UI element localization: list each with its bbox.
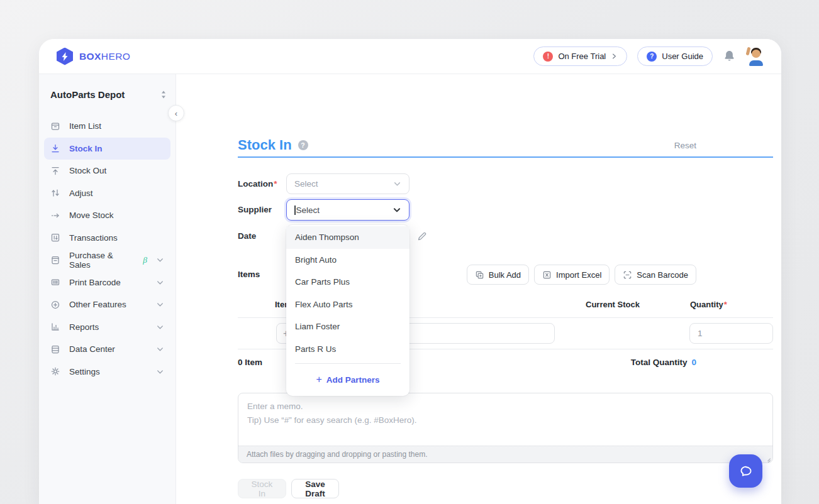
add-partners-button[interactable]: +Add Partners	[286, 367, 410, 392]
sidebar-item-reports[interactable]: Reports	[44, 316, 170, 339]
alert-circle-icon: !	[543, 52, 553, 62]
sidebar-collapse-button[interactable]: ‹	[168, 105, 184, 121]
sidebar-item-stock-in[interactable]: Stock In	[44, 138, 170, 160]
column-current-stock: Current Stock	[586, 300, 640, 309]
avatar-raised-arm	[746, 47, 751, 55]
sidebar-item-label: Reports	[69, 322, 99, 332]
purchase-sales-icon	[50, 255, 60, 265]
boxhero-logo[interactable]: BOXHERO	[57, 48, 130, 65]
edit-date-pencil-icon[interactable]	[416, 231, 428, 242]
supplier-option-aiden-thompson[interactable]: Aiden Thompson	[286, 226, 410, 249]
bulk-add-button[interactable]: Bulk Add	[467, 265, 529, 285]
chevron-down-icon	[156, 278, 164, 287]
sidebar-nav: Item List Stock In Stock Out Adjust Move…	[39, 115, 176, 383]
workspace-selector[interactable]: AutoParts Depot	[50, 89, 167, 100]
item-list-icon	[50, 121, 60, 131]
item-count: 0 Item	[238, 358, 262, 367]
supplier-option-parts-r-us[interactable]: Parts R Us	[286, 338, 410, 361]
reset-button[interactable]: Reset	[674, 141, 696, 150]
chevron-down-icon	[156, 300, 164, 309]
location-select[interactable]: Select	[286, 173, 410, 194]
resize-grip[interactable]	[765, 455, 771, 461]
trial-label: On Free Trial	[558, 52, 606, 61]
chat-fab-button[interactable]	[729, 454, 762, 488]
bell-icon[interactable]	[723, 50, 736, 63]
supplier-option-car-parts-plus[interactable]: Car Parts Plus	[286, 271, 410, 293]
user-guide-button[interactable]: ? User Guide	[637, 47, 713, 66]
column-quantity: Quantity*	[690, 300, 727, 309]
brand-wordmark: BOXHERO	[79, 51, 130, 62]
sidebar-item-label: Adjust	[69, 189, 93, 198]
help-icon[interactable]: ?	[298, 140, 308, 150]
attach-files-hint: Attach files by dragging and dropping or…	[238, 446, 772, 463]
avatar-face	[752, 50, 760, 58]
save-draft-button[interactable]: Save Draft	[291, 479, 339, 498]
app-window: BOXHERO ! On Free Trial ? User Guide	[39, 39, 781, 504]
supplier-select-value: Select	[296, 205, 320, 215]
chevron-down-icon	[156, 256, 164, 264]
workspace-name: AutoParts Depot	[50, 89, 125, 100]
text-cursor	[294, 205, 296, 215]
plus-icon: +	[316, 374, 321, 385]
supplier-select[interactable]: Select	[286, 199, 410, 221]
memo-placeholder: Enter a memo. Tip) Use “#” for easy sear…	[238, 393, 772, 427]
page-title: Stock In ?	[238, 137, 308, 153]
reports-icon	[50, 322, 60, 332]
transactions-icon	[50, 233, 60, 243]
topbar: BOXHERO ! On Free Trial ? User Guide	[39, 39, 781, 74]
supplier-dropdown: Aiden ThompsonBright AutoCar Parts PlusF…	[286, 225, 410, 396]
brand-box: BOX	[79, 51, 101, 62]
sidebar-item-transactions[interactable]: Transactions	[44, 227, 170, 249]
on-free-trial-button[interactable]: ! On Free Trial	[533, 47, 627, 66]
sort-arrows-icon	[160, 90, 167, 99]
quantity-input[interactable]: 1	[689, 323, 773, 344]
total-quantity-value: 0	[691, 358, 696, 367]
chevron-down-icon	[393, 205, 401, 214]
quantity-value: 1	[698, 329, 703, 338]
user-avatar[interactable]	[746, 47, 765, 66]
lightning-bolt-icon	[61, 52, 69, 61]
supplier-option-liam-foster[interactable]: Liam Foster	[286, 315, 410, 338]
brand-hero: HERO	[101, 51, 130, 62]
sidebar: AutoParts Depot Item List Stock In Stock…	[39, 74, 176, 504]
sidebar-item-print-barcode[interactable]: Print Barcode	[44, 271, 170, 294]
sidebar-item-adjust[interactable]: Adjust	[44, 182, 170, 205]
sidebar-item-purchase-sales[interactable]: Purchase & Sales β	[44, 249, 170, 271]
avatar-shirt	[749, 60, 763, 66]
import-excel-button[interactable]: Import Excel	[534, 265, 610, 285]
main-content: Stock In ? Reset Location* Select Suppli…	[215, 113, 744, 504]
settings-icon	[50, 366, 60, 376]
chevron-down-icon	[393, 180, 401, 188]
supplier-label: Supplier	[238, 199, 272, 221]
supplier-option-bright-auto[interactable]: Bright Auto	[286, 249, 410, 271]
print-barcode-icon	[50, 277, 60, 287]
total-quantity-label: Total Quantity	[631, 358, 688, 367]
supplier-option-flex-auto-parts[interactable]: Flex Auto Parts	[286, 293, 410, 316]
sidebar-item-move-stock[interactable]: Move Stock	[44, 204, 170, 227]
stock-in-submit-button[interactable]: Stock In	[238, 479, 286, 498]
chat-bubble-icon	[738, 463, 754, 479]
location-select-value: Select	[294, 179, 318, 189]
date-label: Date	[238, 226, 256, 247]
sidebar-item-label: Purchase & Sales	[69, 251, 131, 270]
beta-badge: β	[143, 255, 147, 265]
stock-in-icon	[50, 143, 60, 153]
sidebar-item-item-list[interactable]: Item List	[44, 115, 170, 138]
sidebar-item-label: Settings	[69, 367, 100, 376]
sidebar-item-data-center[interactable]: Data Center	[44, 338, 170, 361]
sidebar-item-label: Item List	[69, 121, 101, 131]
topbar-actions: ! On Free Trial ? User Guide	[533, 47, 765, 66]
sidebar-item-label: Print Barcode	[69, 278, 121, 287]
page-background: BOXHERO ! On Free Trial ? User Guide	[0, 0, 819, 504]
other-features-icon	[50, 300, 60, 310]
sidebar-item-settings[interactable]: Settings	[44, 361, 170, 383]
scan-barcode-button[interactable]: Scan Barcode	[615, 265, 696, 285]
sidebar-item-label: Transactions	[69, 233, 118, 243]
data-center-icon	[50, 344, 60, 354]
chevron-right-icon	[611, 53, 618, 60]
sidebar-item-stock-out[interactable]: Stock Out	[44, 160, 170, 182]
memo-textarea[interactable]: Enter a memo. Tip) Use “#” for easy sear…	[238, 393, 773, 463]
stock-out-icon	[50, 166, 60, 176]
sidebar-item-other-features[interactable]: Other Features	[44, 293, 170, 316]
chevron-down-icon	[156, 368, 164, 376]
